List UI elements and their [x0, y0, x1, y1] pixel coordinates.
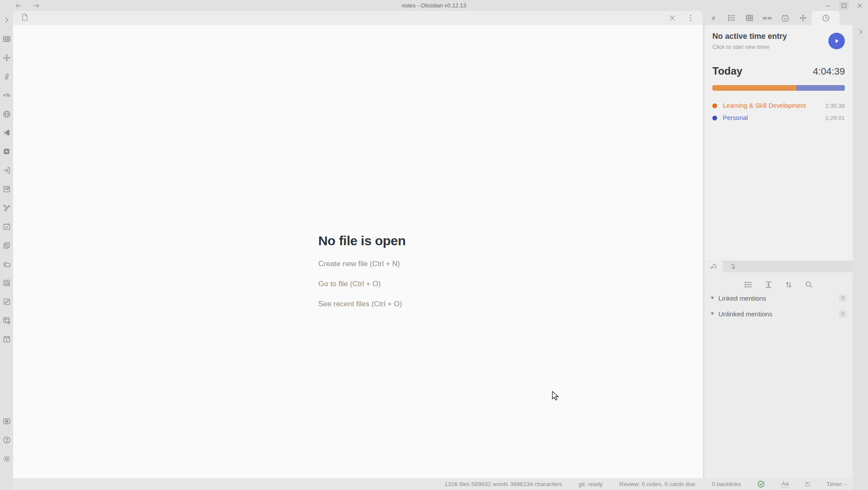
timer-hint-text: Click to start new timer	[712, 44, 845, 50]
list-view-icon[interactable]	[744, 280, 753, 289]
sort-order-icon[interactable]	[784, 280, 793, 289]
right-sidebar: # ”” No active time entry Click to start…	[705, 11, 853, 478]
calendar-check-icon[interactable]	[2, 222, 11, 231]
tab-outline-icon[interactable]	[722, 11, 740, 25]
pane-layout-icon[interactable]	[805, 482, 810, 487]
file-icon	[21, 13, 28, 23]
tab-calendar-check-icon[interactable]	[776, 11, 794, 25]
today-label: Today	[712, 65, 742, 77]
entry-time-personal: 1:29:01	[825, 115, 845, 121]
tab-table-icon[interactable]	[740, 11, 758, 25]
backlinks-tabs	[705, 260, 853, 272]
tab-backlinks-icon[interactable]	[705, 260, 723, 272]
timer-header: No active time entry Click to start new …	[705, 25, 853, 56]
globe-icon[interactable]	[2, 109, 11, 119]
folder-switcher-icon[interactable]	[2, 259, 11, 269]
review-status[interactable]: Review: 0 notes, 0 cards due	[620, 481, 695, 487]
daily-note-day-label: 1	[6, 339, 7, 343]
see-recent-files-link[interactable]: See recent files (Ctrl + O)	[318, 300, 501, 308]
today-progress-bar	[712, 85, 845, 91]
unlinked-mentions-count: 0	[839, 310, 847, 318]
table-settings-icon[interactable]	[2, 315, 11, 325]
left-ribbon: <%	[0, 11, 13, 490]
note-header	[13, 11, 703, 25]
sign-in-icon[interactable]	[2, 165, 11, 175]
linked-mentions-label: Linked mentions	[718, 295, 766, 302]
file-stats: 1326 files 589832 words 3696234 characte…	[445, 481, 562, 487]
backlinks-toolbar	[705, 272, 853, 289]
git-status[interactable]: git: ready	[579, 481, 603, 487]
entry-dot-learning	[712, 103, 717, 108]
more-options-icon[interactable]	[686, 14, 695, 22]
note-composer-icon[interactable]	[2, 184, 11, 194]
expand-left-sidebar-icon[interactable]	[2, 15, 11, 25]
timer-status-item[interactable]: Timer: -	[827, 481, 847, 487]
graph-network-icon[interactable]	[2, 203, 11, 212]
entry-label-personal[interactable]: Personal	[723, 114, 748, 121]
entry-label-learning[interactable]: Learning & Skill Development	[723, 102, 806, 109]
timer-status-text: No active time entry	[712, 32, 845, 41]
minimize-button[interactable]	[824, 1, 833, 10]
help-icon[interactable]	[2, 435, 11, 445]
starred-notes-icon[interactable]	[2, 147, 11, 156]
window-title: notes - Obsidian v0.12.13	[0, 2, 868, 9]
go-to-file-link[interactable]: Go to file (Ctrl + O)	[318, 280, 501, 288]
tab-timer-icon[interactable]	[812, 11, 840, 25]
blocks-settings-icon[interactable]	[2, 278, 11, 288]
entry-time-learning: 2:35:38	[825, 103, 845, 109]
today-total-time: 4:04:39	[813, 66, 845, 77]
timer-entry-row[interactable]: Learning & Skill Development 2:35:38	[712, 99, 845, 112]
right-edge-strip	[853, 11, 868, 490]
timer-entry-row[interactable]: Personal 1:29:01	[712, 112, 845, 124]
start-timer-button[interactable]	[828, 33, 845, 49]
title-bar: notes - Obsidian v0.12.13	[0, 0, 868, 11]
daily-note-calendar-icon[interactable]: 1	[2, 334, 11, 344]
today-summary: Today 4:04:39 Learning & Skill Developme…	[705, 56, 853, 124]
settings-gear-icon[interactable]	[2, 454, 11, 463]
search-icon[interactable]	[804, 280, 813, 289]
collapse-triangle-icon	[711, 297, 714, 299]
status-bar: 1326 files 589832 words 3696234 characte…	[13, 478, 853, 490]
expand-collapse-icon[interactable]	[764, 280, 773, 289]
templater-icon[interactable]: <%	[2, 90, 11, 100]
main-pane: No file is open Create new file (Ctrl + …	[13, 11, 703, 478]
tab-tags-icon[interactable]: #	[705, 11, 722, 25]
create-new-file-link[interactable]: Create new file (Ctrl + N)	[318, 260, 501, 268]
editor-empty-area: No file is open Create new file (Ctrl + …	[13, 25, 703, 478]
random-note-dice-icon[interactable]	[2, 297, 11, 306]
tab-quotes-icon[interactable]: ””	[758, 11, 776, 25]
backlinks-pane: Linked mentions 0 Unlinked mentions 0	[705, 260, 853, 478]
collapse-triangle-icon	[711, 312, 714, 315]
timer-panel: No active time entry Click to start new …	[705, 25, 853, 478]
unlinked-mentions-label: Unlinked mentions	[718, 310, 772, 318]
entry-dot-personal	[712, 116, 717, 120]
table-view-icon[interactable]	[2, 34, 11, 44]
close-window-button[interactable]	[855, 1, 865, 10]
progress-segment-personal	[797, 85, 845, 91]
screenshot-icon[interactable]	[2, 416, 11, 426]
right-sidebar-tabs: # ””	[705, 11, 853, 25]
sync-check-icon[interactable]	[757, 480, 765, 488]
backlinks-body: Linked mentions 0 Unlinked mentions 0	[705, 272, 853, 478]
tab-outgoing-links-icon[interactable]	[723, 260, 741, 272]
copy-notes-icon[interactable]	[2, 240, 11, 250]
vscode-icon[interactable]	[2, 128, 11, 137]
backlinks-count[interactable]: 0 backlinks	[712, 481, 741, 487]
clip-capsule-icon[interactable]	[2, 72, 11, 81]
empty-state-title: No file is open	[318, 233, 501, 248]
linked-mentions-count: 0	[839, 294, 847, 302]
obsidian-app: notes - Obsidian v0.12.13 <%	[0, 0, 868, 490]
linked-mentions-section[interactable]: Linked mentions 0	[711, 291, 847, 305]
tab-graph-expand-icon[interactable]	[794, 11, 812, 25]
font-toggle[interactable]: Aa	[781, 480, 789, 488]
progress-segment-learning	[712, 85, 797, 91]
graph-expand-icon[interactable]	[2, 53, 11, 62]
close-pane-icon[interactable]	[668, 14, 677, 22]
collapse-right-sidebar-icon[interactable]	[856, 27, 865, 36]
unlinked-mentions-section[interactable]: Unlinked mentions 0	[711, 307, 847, 320]
maximize-button[interactable]	[839, 1, 849, 10]
